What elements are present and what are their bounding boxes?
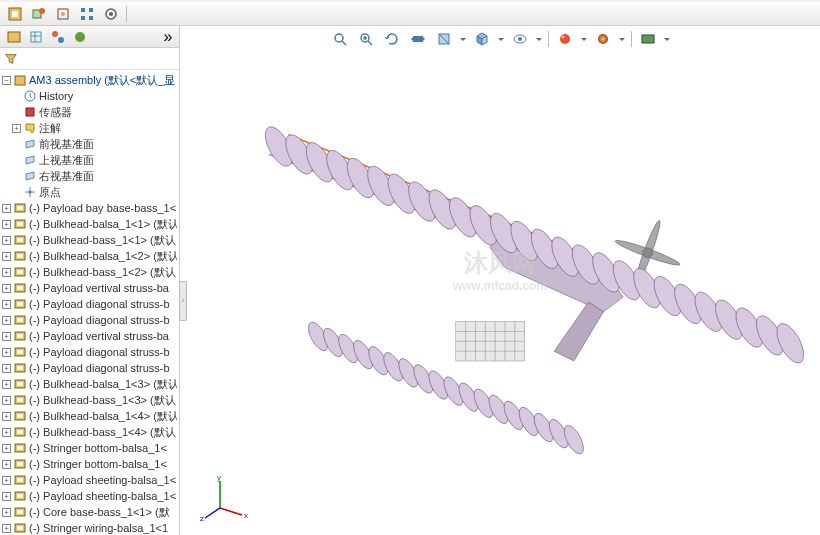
tree-item-annotation[interactable]: +注解	[0, 120, 179, 136]
filter-bar	[0, 48, 179, 70]
svg-rect-40	[17, 350, 23, 354]
tree-part-item[interactable]: +(-) Bulkhead-balsa_1<1> (默认	[0, 216, 179, 232]
tree-part-label: (-) Payload vertival struss-ba	[29, 330, 169, 342]
svg-rect-58	[17, 494, 23, 498]
tree-part-item[interactable]: +(-) Payload vertival struss-ba	[0, 280, 179, 296]
svg-rect-30	[17, 270, 23, 274]
plane-icon	[23, 137, 37, 151]
svg-rect-46	[17, 398, 23, 402]
svg-rect-38	[17, 334, 23, 338]
tree-item-label: 原点	[39, 185, 61, 200]
tree-part-item[interactable]: +(-) Payload sheeting-balsa_1<	[0, 488, 179, 504]
tree-part-label: (-) Payload bay base-bass_1<	[29, 202, 176, 214]
expand-panel-button[interactable]: »	[161, 28, 175, 46]
panel-splitter[interactable]: ‹	[180, 26, 186, 535]
svg-rect-85	[413, 36, 423, 42]
tree-root[interactable]: −AM3 assembly (默认<默认_显	[0, 72, 179, 88]
pattern-button[interactable]	[76, 4, 98, 24]
appearance-dropdown[interactable]	[579, 35, 589, 44]
svg-rect-13	[31, 32, 41, 42]
part-icon	[13, 377, 27, 391]
pan-button[interactable]	[406, 29, 430, 49]
tree-part-item[interactable]: +(-) Bulkhead-balsa_1<3> (默认	[0, 376, 179, 392]
tree-part-item[interactable]: +(-) Bulkhead-balsa_1<4> (默认	[0, 408, 179, 424]
viewport[interactable]: 沐风网 www.mfcad.com x y z	[180, 26, 820, 535]
display-tab[interactable]	[70, 28, 90, 46]
display-style-button[interactable]	[470, 29, 494, 49]
tree-part-item[interactable]: +(-) Payload diagonal struss-b	[0, 344, 179, 360]
part-icon	[13, 473, 27, 487]
render-button[interactable]	[636, 29, 660, 49]
feature-tree-tab[interactable]	[4, 28, 24, 46]
tree-part-item[interactable]: +(-) Payload sheeting-balsa_1<	[0, 472, 179, 488]
svg-point-89	[560, 34, 570, 44]
tree-part-item[interactable]: +(-) Payload diagonal struss-b	[0, 360, 179, 376]
svg-rect-48	[17, 414, 23, 418]
hide-show-button[interactable]	[508, 29, 532, 49]
tree-item-sensor[interactable]: 传感器	[0, 104, 179, 120]
tree-part-item[interactable]: +(-) Core base-bass_1<1> (默	[0, 504, 179, 520]
tree-part-item[interactable]: +(-) Bulkhead-bass_1<1> (默认	[0, 232, 179, 248]
property-tab[interactable]	[48, 28, 68, 46]
tree-part-item[interactable]: +(-) Stringer wiring-balsa_1<1	[0, 520, 179, 535]
section-dropdown[interactable]	[458, 35, 468, 44]
tree-part-item[interactable]: +(-) Payload diagonal struss-b	[0, 296, 179, 312]
svg-rect-24	[17, 222, 23, 226]
assembly-icon	[13, 73, 27, 87]
configure-button[interactable]	[100, 4, 122, 24]
part-icon	[13, 521, 27, 535]
tree-part-item[interactable]: +(-) Payload diagonal struss-b	[0, 312, 179, 328]
tree-part-label: (-) Core base-bass_1<1> (默	[29, 505, 170, 520]
tree-item-label: History	[39, 90, 73, 102]
svg-point-95	[643, 248, 653, 258]
svg-point-11	[109, 12, 113, 16]
svg-rect-12	[8, 32, 20, 42]
tree-item-origin[interactable]: 原点	[0, 184, 179, 200]
rotate-view-button[interactable]	[380, 29, 404, 49]
hideshow-dropdown[interactable]	[534, 35, 544, 44]
tree-part-item[interactable]: +(-) Payload bay base-bass_1<	[0, 200, 179, 216]
tree-item-plane[interactable]: 上视基准面	[0, 152, 179, 168]
sketch-button[interactable]	[52, 4, 74, 24]
plane-icon	[23, 153, 37, 167]
tree-part-label: (-) Bulkhead-balsa_1<2> (默认	[29, 249, 177, 264]
svg-point-5	[61, 12, 65, 16]
tree-part-item[interactable]: +(-) Bulkhead-bass_1<3> (默认	[0, 392, 179, 408]
config-tab[interactable]	[26, 28, 46, 46]
view-triad[interactable]: x y z	[200, 473, 250, 523]
scene-button[interactable]	[591, 29, 615, 49]
tree-item-plane[interactable]: 前视基准面	[0, 136, 179, 152]
part-icon	[13, 393, 27, 407]
tree-part-item[interactable]: +(-) Payload vertival struss-ba	[0, 328, 179, 344]
zoom-area-button[interactable]	[354, 29, 378, 49]
tree-item-history[interactable]: History	[0, 88, 179, 104]
svg-rect-60	[17, 510, 23, 514]
insert-part-button[interactable]	[28, 4, 50, 24]
assembly-button[interactable]	[4, 4, 26, 24]
svg-rect-50	[17, 430, 23, 434]
svg-text:y: y	[217, 473, 221, 482]
side-tab-bar: »	[0, 26, 179, 48]
section-view-button[interactable]	[432, 29, 456, 49]
tree-part-item[interactable]: +(-) Bulkhead-balsa_1<2> (默认	[0, 248, 179, 264]
svg-rect-54	[17, 462, 23, 466]
sensor-icon	[23, 105, 37, 119]
appearance-button[interactable]	[553, 29, 577, 49]
tree-part-item[interactable]: +(-) Stringer bottom-balsa_1<	[0, 456, 179, 472]
tree-part-label: (-) Bulkhead-bass_1<1> (默认	[29, 233, 176, 248]
zoom-fit-button[interactable]	[328, 29, 352, 49]
view-toolbar	[328, 28, 672, 50]
tree-item-label: 右视基准面	[39, 169, 94, 184]
svg-rect-56	[17, 478, 23, 482]
render-dropdown[interactable]	[662, 35, 672, 44]
svg-rect-62	[17, 526, 23, 530]
part-icon	[13, 361, 27, 375]
tree-item-plane[interactable]: 右视基准面	[0, 168, 179, 184]
display-dropdown[interactable]	[496, 35, 506, 44]
scene-dropdown[interactable]	[617, 35, 627, 44]
tree-part-item[interactable]: +(-) Bulkhead-bass_1<2> (默认	[0, 264, 179, 280]
tree-part-item[interactable]: +(-) Bulkhead-bass_1<4> (默认	[0, 424, 179, 440]
svg-rect-44	[17, 382, 23, 386]
part-icon	[13, 425, 27, 439]
tree-part-item[interactable]: +(-) Stringer bottom-balsa_1<	[0, 440, 179, 456]
